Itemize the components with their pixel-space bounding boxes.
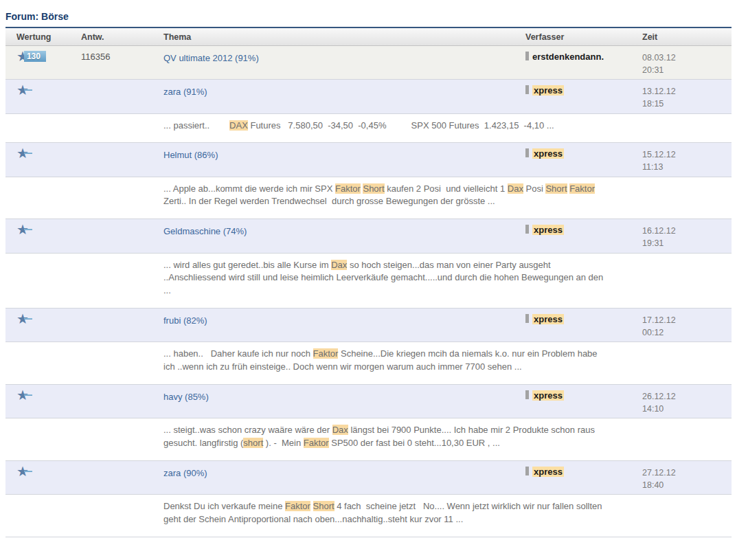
thread-snippet-row: Denkst Du ich verkaufe meine Faktor Shor… — [5, 495, 732, 537]
thread-topic-row: ★ frubi (82%) xpress 17.12.12 00:12 — [5, 309, 732, 342]
rating-widget[interactable]: ★ — [16, 464, 81, 478]
rating-widget[interactable]: ★ — [16, 223, 81, 236]
author-link[interactable]: xpress — [532, 390, 564, 401]
highlighted-term: Dax — [332, 425, 348, 435]
topic-cell: zara (91%) — [163, 80, 525, 113]
rating-badge — [24, 318, 32, 320]
datetime-cell: 27.12.12 18:40 — [642, 461, 732, 494]
rating-widget[interactable]: ★ 130 — [16, 49, 81, 63]
thread-topic-row: ★ zara (90%) xpress 27.12.12 18:40 — [5, 461, 732, 495]
post-time: 14:10 — [642, 403, 732, 415]
snippet-spacer — [5, 254, 163, 309]
author-bar-icon — [525, 52, 529, 60]
author-link[interactable]: xpress — [532, 314, 564, 324]
snippet-spacer — [5, 418, 163, 460]
thread-topic-row: ★ havy (85%) xpress 26.12.12 14:10 — [5, 385, 732, 418]
topic-link[interactable]: Geldmaschine (74%) — [163, 226, 247, 236]
author-bar-icon — [525, 467, 529, 475]
snippet-spacer — [5, 495, 163, 537]
datetime-cell: 13.12.12 18:15 — [642, 80, 732, 113]
snippet-spacer — [5, 114, 163, 143]
snippet-fragment: ). - Mein — [263, 438, 304, 448]
post-time: 20:31 — [642, 64, 732, 76]
author-link[interactable]: xpress — [532, 467, 564, 477]
topic-link[interactable]: zara (90%) — [163, 468, 207, 478]
answers-count — [81, 461, 163, 494]
topic-link[interactable]: zara (91%) — [163, 87, 207, 97]
snippet-fragment: Denkst Du ich verkaufe meine — [163, 501, 285, 511]
highlighted-term: Faktor — [335, 183, 361, 194]
topic-link[interactable]: Helmut (86%) — [163, 150, 218, 160]
snippet-text: ... wird alles gut geredet..bis alle Kur… — [163, 254, 646, 309]
rating-cell: ★ 130 — [5, 46, 81, 79]
forum-page: Forum: Börse Wertung Antw. Thema Verfass… — [0, 0, 737, 537]
column-header-antw: Antw. — [81, 28, 163, 45]
post-time: 00:12 — [642, 326, 732, 339]
datetime-cell: 26.12.12 14:10 — [642, 385, 732, 418]
highlighted-term: short — [243, 438, 263, 448]
thread-snippet-row: ... steigt..was schon crazy waäre wäre d… — [5, 418, 732, 461]
thread-snippet-row: ... Apple ab...kommt die werde ich mir S… — [5, 177, 732, 220]
author-cell: erstdenkendann. — [525, 46, 642, 79]
rating-widget[interactable]: ★ — [16, 312, 81, 326]
thread-rows: ★ 130 116356 QV ultimate 2012 (91%) erst… — [5, 46, 732, 537]
snippet-text: ... haben.. Daher kaufe ich nur noch Fak… — [163, 342, 646, 384]
author-link[interactable]: xpress — [532, 225, 564, 235]
rating-widget[interactable]: ★ — [16, 388, 81, 402]
highlighted-term: Faktor — [285, 501, 310, 511]
rating-cell: ★ — [5, 219, 81, 252]
snippet-fragment — [310, 501, 313, 511]
thread-snippet-row: ... wird alles gut geredet..bis alle Kur… — [5, 254, 732, 309]
topic-link[interactable]: havy (85%) — [163, 392, 209, 402]
highlighted-term: Faktor — [313, 348, 339, 359]
page-title: Forum: Börse — [5, 5, 732, 27]
author-cell: xpress — [525, 143, 642, 176]
post-date: 13.12.12 — [642, 85, 732, 98]
author-link[interactable]: xpress — [532, 85, 564, 96]
thread-topic-row: ★ zara (91%) xpress 13.12.12 18:15 — [5, 80, 732, 113]
table-header-row: Wertung Antw. Thema Verfasser Zeit — [5, 28, 732, 46]
highlighted-term: Short — [363, 183, 384, 194]
topic-link[interactable]: QV ultimate 2012 (91%) — [163, 53, 259, 63]
snippet-fragment: ... wird alles gut geredet..bis alle Kur… — [163, 260, 331, 270]
snippet-spacer — [5, 342, 163, 384]
topic-cell: zara (90%) — [163, 461, 525, 494]
column-header-zeit: Zeit — [642, 28, 732, 45]
rating-widget[interactable]: ★ — [16, 146, 81, 160]
snippet-text: ... passiert.. DAX Futures 7.580,50 -34,… — [163, 114, 646, 143]
snippet-fragment: SP500 der fast bei 0 steht...10,30 EUR ,… — [329, 438, 500, 448]
author-bar-icon — [525, 225, 529, 234]
post-date: 27.12.12 — [642, 467, 732, 479]
rating-widget[interactable]: ★ — [16, 83, 81, 97]
snippet-fragment: kaufen 2 Posi und vielleicht 1 — [385, 183, 508, 194]
highlighted-term: Short — [545, 183, 567, 194]
thread-topic-row: ★ Geldmaschine (74%) xpress 16.12.12 19:… — [5, 219, 732, 253]
rating-badge — [24, 229, 32, 230]
answers-count — [81, 219, 163, 252]
highlighted-term: Short — [313, 501, 335, 511]
snippet-text: Denkst Du ich verkaufe meine Faktor Shor… — [163, 495, 646, 537]
answers-count — [81, 80, 163, 113]
rating-cell: ★ — [5, 385, 81, 418]
column-header-thema: Thema — [163, 28, 525, 45]
author-link[interactable]: erstdenkendann. — [532, 52, 604, 62]
topic-cell: QV ultimate 2012 (91%) — [163, 46, 525, 79]
post-time: 18:40 — [642, 479, 732, 491]
topic-link[interactable]: frubi (82%) — [163, 315, 207, 326]
rating-cell: ★ — [5, 143, 81, 176]
datetime-cell: 17.12.12 00:12 — [642, 309, 732, 341]
post-date: 17.12.12 — [642, 314, 732, 326]
column-header-wertung: Wertung — [5, 28, 81, 45]
topic-cell: frubi (82%) — [163, 309, 525, 341]
author-cell: xpress — [525, 385, 642, 418]
topic-cell: Helmut (86%) — [163, 143, 525, 176]
post-date: 15.12.12 — [642, 148, 732, 161]
datetime-cell: 08.03.12 20:31 — [642, 46, 732, 79]
answers-count — [81, 143, 163, 176]
author-bar-icon — [525, 314, 529, 323]
rating-badge — [24, 471, 32, 472]
snippet-fragment: ... steigt..was schon crazy waäre wäre d… — [163, 425, 332, 435]
datetime-cell: 16.12.12 19:31 — [642, 219, 732, 252]
author-link[interactable]: xpress — [532, 148, 564, 159]
rating-badge — [24, 153, 32, 154]
